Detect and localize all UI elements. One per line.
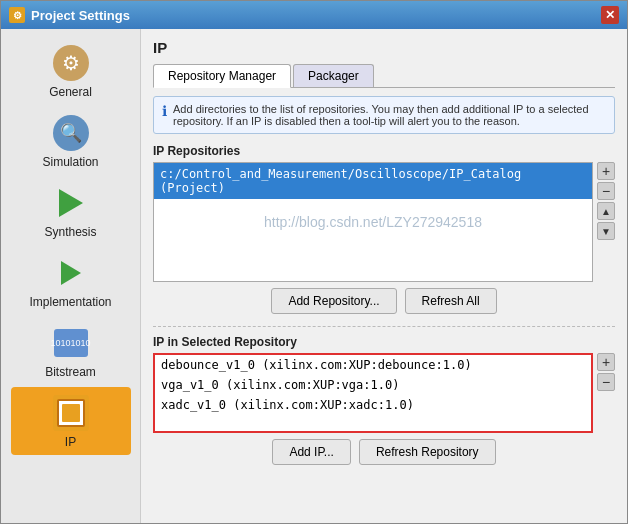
repo-add-button[interactable]: + [597,162,615,180]
tab-repository-manager[interactable]: Repository Manager [153,64,291,88]
ip-list-item-1[interactable]: vga_v1_0 (xilinx.com:XUP:vga:1.0) [155,375,591,395]
window-icon: ⚙ [9,7,25,23]
title-bar: ⚙ Project Settings ✕ [1,1,627,29]
sidebar-item-ip[interactable]: IP [11,387,131,455]
watermark: http://blog.csdn.net/LZY272942518 [264,214,482,230]
divider [153,326,615,327]
sidebar-label-bitstream: Bitstream [45,365,96,379]
ip-plus-minus-col: + − [597,353,615,391]
repo-plus-minus-col: + − ▲ ▼ [597,162,615,240]
sidebar-label-ip: IP [65,435,76,449]
simulation-icon-area [51,113,91,153]
tabs-container: Repository Manager Packager [153,64,615,88]
refresh-repository-button[interactable]: Refresh Repository [359,439,496,465]
info-icon: ℹ [162,103,167,119]
sidebar-item-implementation[interactable]: Implementation [11,247,131,315]
sidebar-label-implementation: Implementation [29,295,111,309]
general-icon-area [51,43,91,83]
ip-list-wrapper: debounce_v1_0 (xilinx.com:XUP:debounce:1… [153,353,615,439]
add-ip-button[interactable]: Add IP... [272,439,350,465]
repo-remove-button[interactable]: − [597,182,615,200]
sidebar: General Simulation Synthesis Implementat… [1,29,141,523]
sidebar-label-synthesis: Synthesis [44,225,96,239]
repo-up-button[interactable]: ▲ [597,202,615,220]
info-box: ℹ Add directories to the list of reposit… [153,96,615,134]
sidebar-item-simulation[interactable]: Simulation [11,107,131,175]
sidebar-label-general: General [49,85,92,99]
ip-list-item-0[interactable]: debounce_v1_0 (xilinx.com:XUP:debounce:1… [155,355,591,375]
repo-list-wrapper: c:/Control_and_Measurement/Oscilloscope/… [153,162,615,288]
window-title: Project Settings [31,8,601,23]
synthesis-icon-area [51,183,91,223]
sidebar-item-synthesis[interactable]: Synthesis [11,177,131,245]
ip-icon-area [51,393,91,433]
repo-list-container[interactable]: c:/Control_and_Measurement/Oscilloscope/… [153,162,593,282]
implementation-icon [61,261,81,285]
simulation-icon [53,115,89,151]
ip-selected-label: IP in Selected Repository [153,335,615,349]
bottom-buttons: Add IP... Refresh Repository [153,439,615,465]
refresh-all-button[interactable]: Refresh All [405,288,497,314]
sidebar-item-bitstream[interactable]: 10101010 Bitstream [11,317,131,385]
bitstream-icon-area: 10101010 [51,323,91,363]
ip-remove-button[interactable]: − [597,373,615,391]
repo-down-button[interactable]: ▼ [597,222,615,240]
ip-repositories-label: IP Repositories [153,144,615,158]
repo-action-buttons: Add Repository... Refresh All [153,288,615,314]
repo-list-item[interactable]: c:/Control_and_Measurement/Oscilloscope/… [154,163,592,199]
project-settings-window: ⚙ Project Settings ✕ General Simulation [0,0,628,524]
bitstream-icon: 10101010 [54,329,88,357]
info-text: Add directories to the list of repositor… [173,103,606,127]
ip-add-button[interactable]: + [597,353,615,371]
content-area: General Simulation Synthesis Implementat… [1,29,627,523]
tab-packager[interactable]: Packager [293,64,374,87]
panel-title: IP [153,39,615,56]
sidebar-item-general[interactable]: General [11,37,131,105]
implementation-icon-area [51,253,91,293]
ip-icon [53,395,89,431]
synthesis-icon [59,189,83,217]
ip-list-item-2[interactable]: xadc_v1_0 (xilinx.com:XUP:xadc:1.0) [155,395,591,415]
ip-list-container[interactable]: debounce_v1_0 (xilinx.com:XUP:debounce:1… [153,353,593,433]
sidebar-label-simulation: Simulation [42,155,98,169]
main-panel: IP Repository Manager Packager ℹ Add dir… [141,29,627,523]
add-repository-button[interactable]: Add Repository... [271,288,396,314]
close-button[interactable]: ✕ [601,6,619,24]
general-icon [53,45,89,81]
